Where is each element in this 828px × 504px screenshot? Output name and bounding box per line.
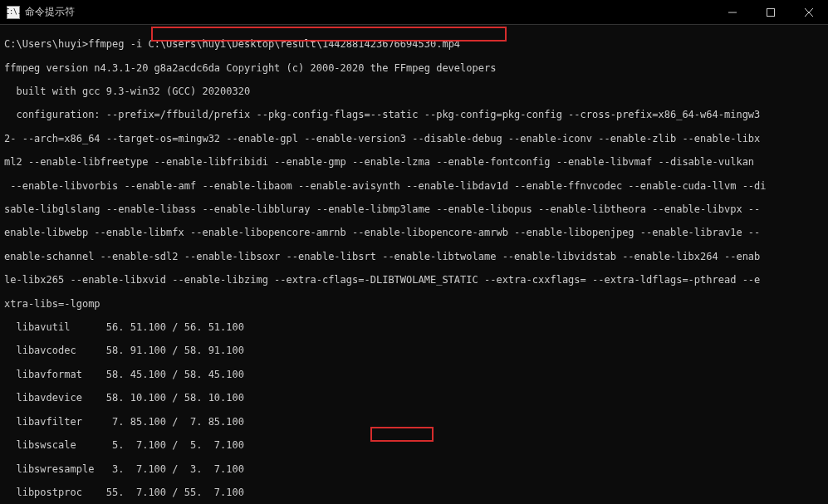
- config-line: ml2 --enable-libfreetype --enable-libfri…: [4, 156, 824, 168]
- svg-rect-1: [767, 9, 775, 17]
- version-line-a: ffmpeg version n4.3.1-20: [4, 62, 148, 74]
- config-line: enable-schannel --enable-sdl2 --enable-l…: [4, 251, 824, 262]
- window-title: 命令提示符: [25, 5, 75, 19]
- window-controls: [713, 0, 828, 24]
- config-line: --enable-libvorbis --enable-amf --enable…: [4, 180, 824, 192]
- lib-line: libavdevice 58. 10.100 / 58. 10.100: [4, 392, 824, 404]
- config-line: xtra-libs=-lgomp: [4, 298, 824, 310]
- lib-line: libswresample 3. 7.100 / 3. 7.100: [4, 463, 824, 475]
- lib-line: libavutil 56. 51.100 / 56. 51.100: [4, 321, 824, 333]
- lib-line: libavformat 58. 45.100 / 58. 45.100: [4, 369, 824, 380]
- prompt: C:\Users\huyi>: [4, 38, 88, 50]
- config-line: sable-libglslang --enable-libass --enabl…: [4, 203, 824, 215]
- config-line: enable-libwebp --enable-libmfx --enable-…: [4, 227, 824, 238]
- title-left: C:\. 命令提示符: [7, 5, 75, 19]
- titlebar: C:\. 命令提示符: [0, 0, 828, 25]
- build-line: built with gcc 9.3-win32 (GCC) 20200320: [4, 86, 824, 97]
- config-line: 2- --arch=x86_64 --target-os=mingw32 --e…: [4, 133, 824, 144]
- maximize-button[interactable]: [752, 0, 790, 25]
- lib-line: libavcodec 58. 91.100 / 58. 91.100: [4, 345, 824, 356]
- minimize-button[interactable]: [713, 0, 752, 25]
- lib-line: libavfilter 7. 85.100 / 7. 85.100: [4, 416, 824, 428]
- lib-line: libswscale 5. 7.100 / 5. 7.100: [4, 439, 824, 451]
- config-line: configuration: --prefix=/ffbuild/prefix …: [4, 109, 824, 120]
- cmd-icon: C:\.: [7, 6, 20, 19]
- terminal-content[interactable]: C:\Users\huyi>ffmpeg -i C:\Users\huyi\De…: [0, 25, 828, 504]
- command-text: ffmpeg -i: [88, 38, 148, 50]
- version-line-b: g8a2acdc6da Copyright (c) 2000-2020 the …: [148, 62, 496, 74]
- config-line: le-libx265 --enable-libxvid --enable-lib…: [4, 274, 824, 286]
- lib-line: libpostproc 55. 7.100 / 55. 7.100: [4, 487, 824, 498]
- close-button[interactable]: [790, 0, 828, 25]
- file-arg-highlighted: C:\Users\huyi\Desktop\result\14428814236…: [148, 38, 460, 50]
